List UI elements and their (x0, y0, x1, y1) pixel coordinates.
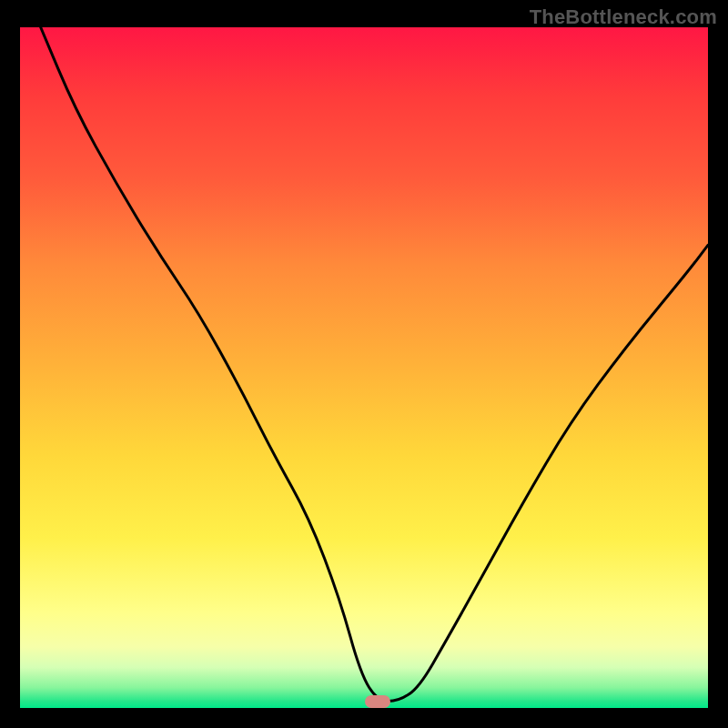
minimum-marker (365, 695, 390, 708)
plot-area (20, 27, 708, 708)
watermark-text: TheBottleneck.com (530, 5, 717, 29)
chart-wrapper: TheBottleneck.com (0, 0, 728, 728)
bottleneck-curve (20, 27, 708, 708)
